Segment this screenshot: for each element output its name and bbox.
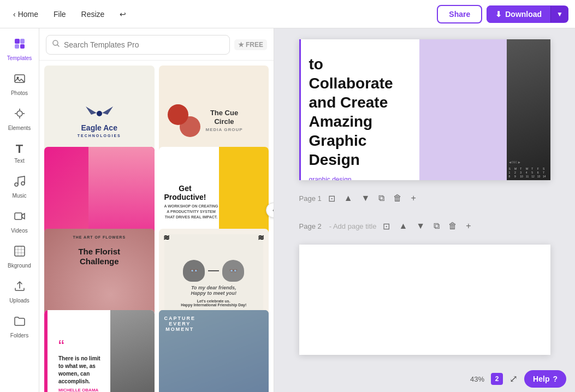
expand-button[interactable]: ⤢ — [509, 373, 518, 385]
download-caret-button[interactable]: ▼ — [550, 6, 568, 22]
page1-purple-block: ◀ DEC ▶ SMTWTFS 1234567 891011121314 — [419, 39, 550, 180]
eagle-wings-icon — [83, 104, 116, 124]
page1-add-icon[interactable]: + — [408, 191, 418, 205]
page1-actions: ⊡ ▲ ▼ ⧉ 🗑 + — [326, 191, 418, 206]
calendar-grid: SMTWTFS 1234567 891011121314 — [509, 167, 548, 178]
svg-rect-0 — [15, 39, 20, 44]
quote-inner: “ There is no limit to what we, as women… — [44, 310, 155, 392]
page1-right-image: ◀ DEC ▶ SMTWTFS 1234567 891011121314 — [507, 39, 550, 180]
sidebar-music-label: Music — [12, 193, 26, 199]
quote-mark-icon: “ — [58, 337, 105, 355]
home-label: Home — [18, 10, 38, 19]
svg-point-8 — [21, 182, 25, 185]
download-main-button[interactable]: ⬇ Download — [487, 5, 550, 23]
friends-greeting-text: To my dear friends,Happy to meet you! — [191, 285, 236, 296]
search-input-wrap — [46, 35, 230, 55]
sidebar-item-music[interactable]: Music — [2, 170, 37, 203]
search-icon — [52, 39, 61, 50]
sidebar-item-background[interactable]: Bkground — [2, 240, 37, 273]
cue-circles-graphic — [168, 104, 200, 137]
sidebar-item-elements[interactable]: Elements — [2, 103, 37, 135]
page2-add-title[interactable]: - Add page title — [329, 222, 377, 230]
resize-btn[interactable]: Resize — [75, 7, 111, 22]
sidebar-text-label: Text — [14, 158, 24, 164]
nav-left: ‹ Home File Resize ↩ — [7, 7, 133, 22]
bottom-bar: 43% 2 ⤢ Help ? — [274, 366, 575, 392]
friends-cta: Let's celebrate us.Happy International F… — [181, 299, 246, 307]
topbar: ‹ Home File Resize ↩ Share ⬇ Download ▼ — [0, 0, 575, 28]
page2-add-icon[interactable]: + — [464, 219, 473, 233]
page2-layout-icon[interactable]: ⊡ — [381, 219, 392, 234]
cue-sub: MEDIA GROUP — [206, 127, 243, 132]
uploads-icon — [13, 280, 26, 296]
eagle-ace-name: Eagle Ace — [81, 124, 117, 132]
page1-main: to Collaborateand CreateAmazing GraphicD… — [299, 39, 419, 180]
undo-btn[interactable]: ↩ — [113, 7, 133, 22]
capture-title-text: CAPTUREEVERYMOMENT — [159, 310, 201, 337]
page2-move-down-icon[interactable]: ▼ — [414, 219, 427, 233]
sidebar-item-videos[interactable]: Videos — [2, 205, 37, 238]
sidebar: Templates Photos Elements T — [0, 28, 39, 392]
page1-label-row: Page 1 ⊡ ▲ ▼ ⧉ 🗑 + — [299, 189, 550, 208]
search-bar: ★ FREE — [39, 28, 274, 61]
videos-icon — [13, 210, 26, 226]
page1-left: to Collaborateand CreateAmazing GraphicD… — [299, 39, 419, 180]
pebble-left: 👓 — [183, 260, 205, 282]
help-button[interactable]: Help ? — [524, 370, 566, 388]
svg-rect-1 — [20, 39, 25, 44]
template-no-limit-quote[interactable]: “ There is no limit to what we, as women… — [44, 310, 155, 392]
chevron-left-icon: ‹ — [13, 10, 16, 19]
text-icon: T — [16, 142, 23, 156]
main-layout: Templates Photos Elements T — [0, 28, 575, 392]
productive-body: A WORKSHOP ON CREATINGA PRODUCTIVITY SYS… — [164, 204, 218, 219]
canvas-page-1[interactable]: to Collaborateand CreateAmazing GraphicD… — [299, 39, 550, 180]
back-home-btn[interactable]: ‹ Home — [7, 7, 45, 22]
template-capture-moment[interactable]: CAPTUREEVERYMOMENT — [158, 310, 270, 392]
cue-circle-2 — [180, 116, 200, 137]
glasses-left-icon: 👓 — [190, 267, 198, 275]
purple-accent-bar — [299, 39, 301, 180]
quote-text-area: “ There is no limit to what we, as women… — [44, 310, 110, 392]
svg-rect-2 — [15, 44, 19, 49]
quote-right-panel — [110, 310, 155, 392]
calendar-graphic: ◀ DEC ▶ SMTWTFS 1234567 891011121314 — [507, 39, 550, 180]
page2-label-row: Page 2 - Add page title ⊡ ▲ ▼ ⧉ 🗑 + — [299, 217, 550, 236]
page1-move-up-icon[interactable]: ▲ — [342, 191, 355, 205]
page2-delete-icon[interactable]: 🗑 — [446, 219, 459, 233]
folders-icon — [13, 314, 26, 331]
canvas-page-2[interactable] — [299, 245, 550, 355]
sidebar-item-uploads[interactable]: Uploads — [2, 275, 37, 308]
svg-rect-9 — [15, 213, 22, 219]
page1-move-down-icon[interactable]: ▼ — [359, 191, 372, 205]
sidebar-folders-label: Folders — [10, 332, 28, 338]
sidebar-background-label: Bkground — [8, 263, 31, 269]
florist-title: The FloristChallenge — [51, 239, 148, 274]
page-number-indicator: 2 — [491, 373, 503, 385]
star-icon: ★ — [238, 41, 244, 49]
sidebar-item-folders[interactable]: Folders — [2, 310, 37, 343]
page1-subtitle-text: graphic design — [309, 176, 406, 180]
sidebar-videos-label: Videos — [11, 228, 27, 234]
sidebar-item-templates[interactable]: Templates — [2, 33, 37, 66]
quote-person-graphic — [110, 310, 155, 392]
glasses-right-icon: 👓 — [229, 267, 238, 275]
file-btn[interactable]: File — [47, 7, 73, 22]
free-badge-label: FREE — [246, 41, 263, 49]
background-icon — [13, 245, 26, 261]
search-input[interactable] — [64, 40, 224, 49]
page2-duplicate-icon[interactable]: ⧉ — [431, 219, 442, 233]
share-button[interactable]: Share — [437, 5, 482, 23]
templates-grid: Eagle Ace TECHNOLOGIES The CueCircle MED… — [39, 61, 274, 392]
download-icon: ⬇ — [495, 10, 502, 19]
page2-actions: ⊡ ▲ ▼ ⧉ 🗑 + — [381, 219, 473, 234]
svg-point-12 — [97, 111, 102, 116]
page1-copy-icon[interactable]: ⊡ — [326, 191, 337, 206]
page1-delete-icon[interactable]: 🗑 — [391, 191, 404, 205]
download-btn-group: ⬇ Download ▼ — [487, 5, 568, 23]
page1-duplicate-icon[interactable]: ⧉ — [376, 191, 387, 205]
sidebar-item-text[interactable]: T Text — [2, 138, 37, 168]
help-label: Help — [533, 375, 549, 383]
sidebar-photos-label: Photos — [11, 90, 28, 96]
page2-move-up-icon[interactable]: ▲ — [396, 219, 410, 233]
sidebar-item-photos[interactable]: Photos — [2, 68, 37, 100]
